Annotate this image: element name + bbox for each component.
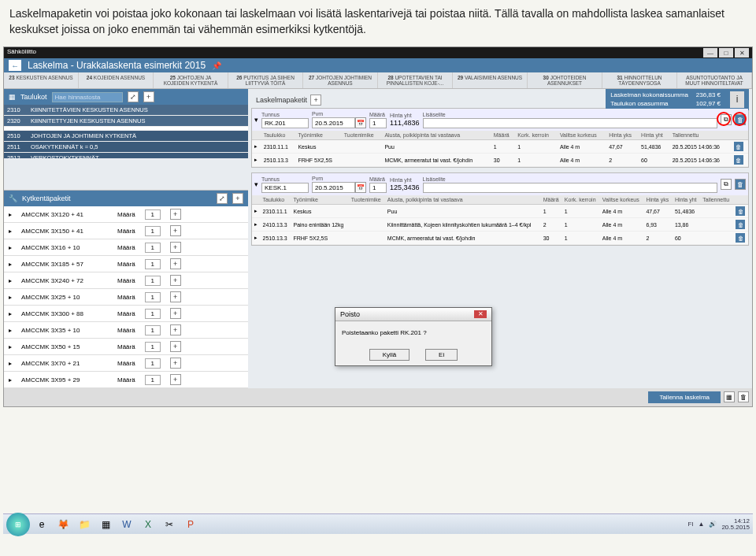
excel-icon[interactable]: X — [139, 517, 158, 532]
kyt-row[interactable]: ▸AMCCMK 3X25 + 10Määrä+ — [4, 289, 248, 306]
add-button[interactable]: + — [143, 91, 154, 102]
tree-item[interactable]: 2310KIINNITETTÄVIEN KESKUSTEN ASENNUS — [4, 105, 248, 116]
price-tree[interactable]: 2310KIINNITETTÄVIEN KESKUSTEN ASENNUS232… — [4, 105, 248, 158]
kyt-row[interactable]: ▸AMCCMK 3X240 + 72Määrä+ — [4, 272, 248, 289]
kyt-qty-input[interactable] — [145, 259, 161, 269]
tab[interactable]: 28 UPOTETTAVIEN TAI PINNALLISTEN KOJE-..… — [378, 72, 453, 88]
pin-icon[interactable]: 📌 — [212, 61, 221, 70]
calendar-icon[interactable]: 📅 — [355, 182, 366, 193]
ie-icon[interactable]: e — [32, 517, 51, 532]
maara-input-2[interactable] — [369, 183, 387, 193]
save-button[interactable]: Tallenna laskelma — [648, 391, 721, 403]
kyt-row[interactable]: ▸AMCCMK 3X185 + 57Määrä+ — [4, 256, 248, 272]
tab[interactable]: 23 KESKUSTEN ASENNUS — [4, 72, 79, 88]
snip-icon[interactable]: ✂ — [160, 517, 179, 532]
word-icon[interactable]: W — [117, 517, 136, 532]
tab[interactable]: 25 JOHTOJEN JA KOJEIDEN KYTKENTÄ — [154, 72, 228, 88]
kyt-row[interactable]: ▸AMCCMK 3X70 + 21Määrä+ — [4, 355, 248, 372]
tab[interactable]: 24 KOJEIDEN ASENNUS — [79, 72, 154, 88]
chevron-down-icon[interactable]: ▾ — [254, 180, 258, 188]
minimize-button[interactable]: — — [703, 48, 717, 57]
delete-package-button[interactable]: 🗑 — [735, 179, 746, 190]
pvm-input-2[interactable] — [312, 182, 355, 193]
kyt-qty-input[interactable] — [145, 375, 161, 385]
kyt-add-button[interactable]: + — [232, 193, 243, 204]
table-row[interactable]: ▸2510.13.3FRHF 5X2,5SMCMK, armeeratut ta… — [252, 154, 748, 167]
kyt-add-icon[interactable]: + — [170, 308, 181, 319]
kyt-add-icon[interactable]: + — [170, 291, 181, 302]
kyt-qty-input[interactable] — [145, 276, 161, 286]
dialog-close-button[interactable]: ✕ — [474, 310, 487, 318]
explorer-icon[interactable]: 📁 — [75, 517, 94, 532]
row-delete-icon[interactable]: 🗑 — [736, 220, 745, 229]
maximize-button[interactable]: □ — [719, 48, 733, 57]
maara-input[interactable] — [369, 118, 387, 128]
kyt-qty-input[interactable] — [145, 358, 161, 369]
app-icon[interactable]: ▦ — [96, 517, 115, 532]
powerpoint-icon[interactable]: P — [181, 517, 200, 532]
dialog-no-button[interactable]: Ei — [425, 349, 458, 361]
info-button[interactable]: i — [730, 91, 744, 108]
kyt-row[interactable]: ▸AMCCMK 3X35 + 10Määrä+ — [4, 322, 248, 339]
lang-indicator[interactable]: FI — [687, 521, 693, 528]
lisaselite-input[interactable] — [423, 118, 717, 128]
tunnus-input[interactable] — [261, 118, 309, 128]
tab[interactable]: 31 HINNOITTELUN TÄYDENNYSOSA — [602, 72, 677, 88]
table-row[interactable]: ▸2510.13.3FRHF 5X2,5SMCMK, armeeratut ta… — [252, 232, 748, 245]
kyt-add-icon[interactable]: + — [170, 358, 181, 369]
kyt-row[interactable]: ▸AMCCMK 3X95 + 29Määrä+ — [4, 372, 248, 388]
add-package-button[interactable]: + — [310, 95, 321, 106]
footer-icon-1[interactable]: ▦ — [724, 391, 735, 402]
taskbar[interactable]: ⊞ e 🦊 📁 ▦ W X ✂ P FI ▲ 🔊 14:12 20.5.2015 — [3, 513, 753, 534]
tab[interactable]: 29 VALAISIMIEN ASENNUS — [453, 72, 528, 88]
kyt-qty-input[interactable] — [145, 325, 161, 335]
calendar-icon[interactable]: 📅 — [355, 117, 366, 128]
kyt-row[interactable]: ▸AMCCMK 3X50 + 15Määrä+ — [4, 339, 248, 355]
network-icon[interactable]: 🔊 — [709, 521, 717, 528]
footer-delete-icon[interactable]: 🗑 — [738, 391, 749, 402]
start-button[interactable]: ⊞ — [6, 513, 30, 536]
firefox-icon[interactable]: 🦊 — [54, 517, 72, 532]
tab[interactable]: 26 PUTKITUS JA SIIHEN LIITTYVIÄ TÖITÄ — [228, 72, 303, 88]
clock[interactable]: 14:12 20.5.2015 — [721, 518, 750, 531]
kyt-add-icon[interactable]: + — [170, 324, 181, 335]
kyt-row[interactable]: ▸AMCCMK 3X300 + 88Määrä+ — [4, 306, 248, 322]
close-button[interactable]: ✕ — [735, 48, 749, 57]
pvm-input[interactable] — [312, 117, 355, 128]
table-row[interactable]: ▸2310.11.1KeskusPuu11Alle 4 m47,6751,483… — [252, 140, 748, 154]
tab[interactable]: 27 JOHTOJEN JOHTIMIEN ASENNUS — [303, 72, 378, 88]
kyt-add-icon[interactable]: + — [170, 225, 181, 236]
kyt-add-icon[interactable]: + — [170, 258, 181, 269]
row-delete-icon[interactable]: 🗑 — [736, 233, 745, 243]
kyt-add-icon[interactable]: + — [170, 242, 181, 253]
dialog-yes-button[interactable]: Kyllä — [369, 349, 410, 361]
kyt-add-icon[interactable]: + — [170, 374, 181, 385]
kyt-add-icon[interactable]: + — [170, 275, 181, 286]
tunnus-input-2[interactable] — [261, 183, 309, 193]
copy-package-button[interactable]: ⧉ — [721, 179, 732, 190]
kyt-qty-input[interactable] — [145, 243, 161, 253]
kyt-qty-input[interactable] — [145, 209, 161, 220]
tree-item[interactable]: 2511OSAKYTKENNÄT k = 0,5 — [4, 142, 248, 153]
tree-item[interactable]: 2510JOHTOJEN JA JOHTIMIEN KYTKENTÄ — [4, 131, 248, 142]
kyt-qty-input[interactable] — [145, 292, 161, 302]
tree-item[interactable]: 2320KIINNITETTYJEN KESKUSTEN ASENNUS — [4, 116, 248, 127]
tab[interactable]: ASUNTOTUOTANTO JA MUUT HINNOITELTAVAT — [677, 72, 752, 88]
kyt-add-icon[interactable]: + — [170, 209, 181, 220]
table-row[interactable]: ▸2410.13.3Paino enintään 12kgKiinnittämä… — [252, 218, 748, 232]
table-row[interactable]: ▸2310.11.1KeskusPuu11Alle 4 m47,6751,483… — [252, 205, 748, 218]
tray-icon[interactable]: ▲ — [698, 521, 704, 528]
kyt-row[interactable]: ▸AMCCMK 3X120 + 41Määrä+ — [4, 206, 248, 223]
row-delete-icon[interactable]: 🗑 — [734, 142, 743, 151]
row-delete-icon[interactable]: 🗑 — [736, 206, 745, 216]
kyt-expand-button[interactable]: ⤢ — [217, 193, 228, 204]
tab[interactable]: 30 JOHTOTEIDEN ASENNUKSET — [528, 72, 602, 88]
kyt-add-icon[interactable]: + — [170, 341, 181, 352]
expand-button[interactable]: ⤢ — [128, 91, 139, 102]
search-input[interactable] — [52, 92, 123, 102]
kyt-qty-input[interactable] — [145, 342, 161, 352]
row-delete-icon[interactable]: 🗑 — [734, 155, 743, 165]
lisaselite-input-2[interactable] — [423, 183, 717, 193]
kyt-row[interactable]: ▸AMCCMK 3X150 + 41Määrä+ — [4, 223, 248, 239]
kyt-qty-input[interactable] — [145, 309, 161, 319]
